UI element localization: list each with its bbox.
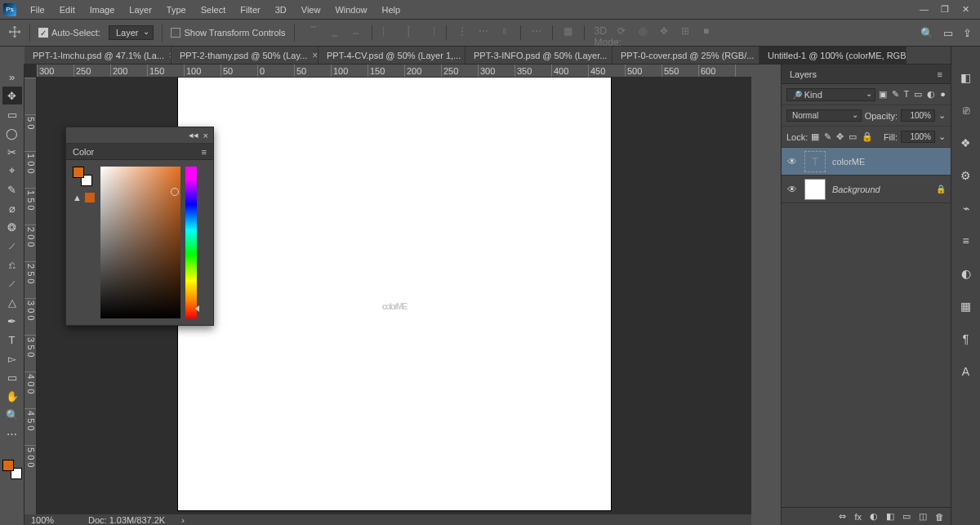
menu-type[interactable]: Type [159,0,194,20]
3d-icon-5[interactable]: ■ [701,25,712,37]
adjustments-panel-icon[interactable]: ❖ [960,136,971,149]
gamut-warning-icon[interactable]: ▲ [73,193,82,202]
doc-size-readout[interactable]: Doc: 1.03M/837.2K [88,515,165,525]
crop-tool[interactable]: ⌖ [2,162,22,180]
distribute-h-icon[interactable]: ⋮ [457,25,468,37]
close-icon[interactable]: × [312,47,318,64]
pen-tool[interactable]: ✒ [2,312,22,330]
lock-artboard-icon[interactable]: ▭ [849,131,857,142]
color-panel-tab[interactable]: Color [73,147,94,157]
filter-adjust-icon[interactable]: ✎ [892,89,899,100]
menu-file[interactable]: File [23,0,52,20]
lock-all-icon[interactable]: 🔒 [862,131,873,142]
layers-tab[interactable]: Layers ≡ [782,65,951,84]
align-hcenter-icon[interactable]: │ [403,25,415,37]
doc-tab-1[interactable]: PPT-2-thamy.psd @ 50% (Lay...× [172,47,318,64]
menu-edit[interactable]: Edit [52,0,82,20]
history-panel-icon[interactable]: ◧ [960,71,971,84]
zoom-level[interactable]: 100% [31,515,72,525]
panel-menu-icon[interactable]: ≡ [202,147,207,157]
filter-shape-icon[interactable]: ▭ [914,89,922,100]
panel-menu-icon[interactable]: ≡ [938,69,942,79]
lasso-tool[interactable]: ◯ [2,124,22,142]
lock-transparency-icon[interactable]: ▦ [811,131,819,142]
swatches-panel-icon[interactable]: ▦ [960,300,971,313]
3d-icon-2[interactable]: ◎ [637,25,648,37]
doc-tab-0[interactable]: PPT-1-lmchu.psd @ 47.1% (La...× [24,47,172,64]
3d-icon-3[interactable]: ✥ [658,25,670,37]
color-swatch-pair[interactable] [73,167,92,186]
filter-type-icon[interactable]: T [904,89,910,100]
filter-kind-dropdown[interactable]: 🔎 Kind [786,88,875,101]
canvas-text-layer[interactable]: colorME [382,269,406,319]
chevron-down-icon[interactable]: ⌄ [938,131,946,142]
history-brush-tool[interactable]: ⎌ [2,256,22,274]
horizontal-ruler[interactable]: 3002502001501005005010015020025030035040… [37,65,751,78]
menu-layer[interactable]: Layer [122,0,159,20]
workspace-icon[interactable]: ▭ [943,27,953,39]
3d-icon-1[interactable]: ⟳ [616,25,627,37]
hand-tool[interactable]: ✋ [2,387,22,405]
layer-thumb-text-icon[interactable]: T [804,151,826,172]
filter-pixel-icon[interactable]: ▣ [879,89,887,100]
vertical-ruler[interactable]: 5 01 0 01 5 02 0 02 5 03 0 03 5 04 0 04 … [24,78,37,514]
color-swatches[interactable] [2,460,22,479]
menu-window[interactable]: Window [327,0,374,20]
path-select-tool[interactable]: ▻ [2,349,22,367]
trash-icon[interactable]: 🗑 [935,512,944,522]
character-panel-icon[interactable]: A [962,365,969,378]
doc-tab-4[interactable]: PPT-0-cover.psd @ 25% (RGB/...× [612,47,760,64]
eyedropper-tool[interactable]: ✎ [2,180,22,198]
shape-tool[interactable]: ▭ [2,368,22,386]
chevron-down-icon[interactable]: ⌄ [938,110,946,121]
collapse-icon[interactable]: ◂◂ [189,130,198,140]
close-icon[interactable]: × [203,131,208,140]
move-tool[interactable]: ✥ [2,87,22,105]
search-icon[interactable]: 🔍 [920,27,933,39]
doc-tab-2[interactable]: PPT-4-CV.psd @ 50% (Layer 1,...× [318,47,466,64]
distribute-v-icon[interactable]: ⋯ [478,25,489,37]
marquee-tool[interactable]: ▭ [2,105,22,123]
auto-align-icon[interactable]: ▦ [563,25,574,37]
gamut-swatch[interactable] [85,193,95,202]
zoom-tool[interactable]: 🔍 [2,406,22,424]
more-align-icon[interactable]: ⋯ [531,25,542,37]
show-transform-checkbox[interactable]: Show Transform Controls [171,28,285,38]
window-minimize-icon[interactable]: ― [920,4,929,15]
layer-name[interactable]: Background [832,185,929,194]
menu-view[interactable]: View [294,0,328,20]
actions-panel-icon[interactable]: ⚙ [960,169,971,182]
3d-icon-4[interactable]: ⊞ [679,25,691,37]
doc-tab-3[interactable]: PPT-3-INFO.psd @ 50% (Layer...× [466,47,612,64]
adjustment-icon[interactable]: ◧ [886,511,894,522]
layer-row[interactable]: 👁 T colorME [782,148,951,176]
filter-smart-icon[interactable]: ◐ [927,89,935,100]
color-panel[interactable]: ◂◂ × Color ≡ ▲ [65,127,214,326]
lock-position-icon[interactable]: ✥ [836,131,844,142]
channels-panel-icon[interactable]: ⌁ [963,202,969,215]
align-bottom-icon[interactable]: ⎽ [350,25,362,37]
filter-toggle-icon[interactable]: ● [940,89,946,100]
new-layer-icon[interactable]: ◫ [919,511,927,522]
gradient-tool[interactable]: △ [2,293,22,311]
color-field[interactable] [100,167,180,318]
stamp-tool[interactable]: ⟋ [2,237,22,255]
menu-filter[interactable]: Filter [233,0,267,20]
share-icon[interactable]: ⇪ [963,27,972,39]
align-top-icon[interactable]: ⎺ [308,25,319,37]
mask-icon[interactable]: ◐ [870,511,878,522]
align-vcenter-icon[interactable]: ⎯ [329,25,341,37]
visibility-eye-icon[interactable]: 👁 [786,156,798,167]
align-left-icon[interactable]: ⎸ [382,25,394,37]
menu-select[interactable]: Select [194,0,234,20]
edit-toolbar-icon[interactable]: ⋯ [2,425,22,443]
healing-tool[interactable]: ⌀ [2,199,22,217]
auto-select-checkbox[interactable]: ✓ Auto-Select: [38,28,100,38]
menu-3d[interactable]: 3D [268,0,294,20]
link-layers-icon[interactable]: ⇔ [839,511,846,522]
group-icon[interactable]: ▭ [902,511,911,522]
type-tool[interactable]: T [2,331,22,349]
layer-row[interactable]: 👁 Background 🔒 [782,176,951,203]
canvas[interactable]: colorME [178,78,611,510]
menu-image[interactable]: Image [82,0,122,20]
